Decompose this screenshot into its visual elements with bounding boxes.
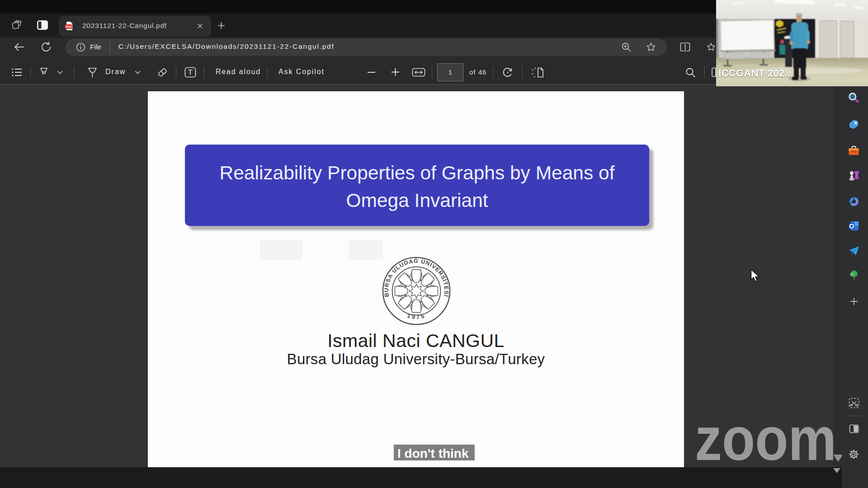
svg-text:1975: 1975 bbox=[406, 312, 426, 320]
svg-text:PDF: PDF bbox=[66, 25, 71, 28]
svg-text:BURSA ULUDAĞ ÜNİVERSİTESİ: BURSA ULUDAĞ ÜNİVERSİTESİ bbox=[383, 258, 450, 298]
